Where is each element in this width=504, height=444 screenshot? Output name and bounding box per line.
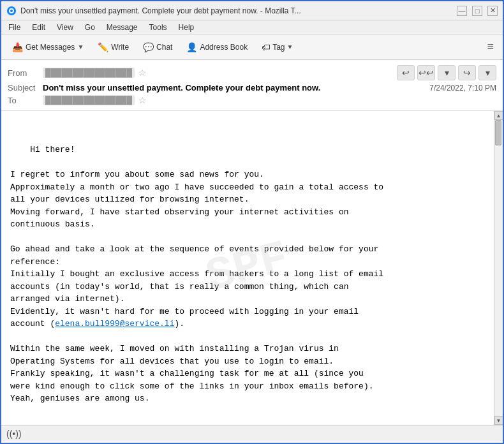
connection-status-icon: ((•)) (6, 429, 22, 439)
email-body: SPF Hi there! I regret to inform you abo… (1, 111, 494, 425)
get-messages-icon: 📥 (12, 42, 23, 52)
status-bar: ((•)) (1, 425, 503, 441)
scroll-thumb[interactable] (495, 120, 501, 145)
hamburger-menu-button[interactable]: ≡ (483, 39, 498, 55)
menu-message[interactable]: Message (105, 22, 140, 33)
write-icon: ✏️ (98, 42, 108, 52)
maximize-button[interactable]: □ (472, 6, 482, 16)
tag-label: Tag (272, 43, 285, 52)
menu-bar: File Edit View Go Message Tools Help (1, 20, 503, 34)
from-value: ████████████████ (43, 68, 135, 78)
subject-value: Don't miss your unsettled payment. Compl… (43, 83, 429, 93)
to-label: To (8, 96, 43, 105)
scroll-up-arrow[interactable]: ▲ (494, 111, 503, 120)
close-button[interactable]: ✕ (487, 6, 498, 16)
title-left: Don't miss your unsettled payment. Compl… (6, 6, 301, 16)
subject-row: Subject Don't miss your unsettled paymen… (8, 82, 496, 94)
address-book-label: Address Book (200, 43, 248, 52)
chat-button[interactable]: 💬 Chat (137, 39, 178, 56)
date-value: 7/24/2022, 7:10 PM (429, 84, 496, 93)
email-body-text-after: ). Within the same week, I moved on with… (10, 319, 374, 403)
toolbar-right: ≡ (483, 39, 498, 55)
menu-edit[interactable]: Edit (30, 22, 47, 33)
menu-go[interactable]: Go (83, 22, 97, 33)
forward-button[interactable]: ↪ (458, 65, 476, 80)
tag-button[interactable]: 🏷 Tag ▼ (256, 39, 299, 56)
from-star-icon[interactable]: ☆ (138, 68, 147, 78)
email-body-text: Hi there! I regret to inform you about s… (10, 145, 383, 329)
get-messages-dropdown-icon[interactable]: ▼ (77, 43, 84, 50)
to-value: ████████████████ (43, 95, 135, 105)
title-controls: — □ ✕ (457, 6, 498, 16)
tag-dropdown-icon[interactable]: ▼ (287, 43, 293, 50)
get-messages-label: Get Messages (26, 43, 75, 52)
reply-all-button[interactable]: ↩↩ (417, 65, 435, 80)
more-actions-button[interactable]: ▾ (478, 65, 496, 80)
svg-point-2 (10, 10, 13, 12)
get-messages-button[interactable]: 📥 Get Messages ▼ (6, 39, 89, 56)
write-button[interactable]: ✏️ Write (92, 39, 135, 56)
email-body-wrapper: SPF Hi there! I regret to inform you abo… (1, 111, 503, 425)
address-book-button[interactable]: 👤 Address Book (181, 39, 253, 56)
address-book-icon: 👤 (186, 42, 197, 52)
watermark: SPF (198, 224, 296, 312)
reply-button[interactable]: ↩ (397, 65, 415, 80)
minimize-button[interactable]: — (457, 6, 467, 16)
from-row: From ████████████████ ☆ ↩ ↩↩ ▾ ↪ ▾ (8, 64, 496, 82)
to-row: To ████████████████ ☆ (8, 94, 496, 107)
toolbar: 📥 Get Messages ▼ ✏️ Write 💬 Chat 👤 Addre… (1, 34, 503, 60)
email-link-in-body[interactable]: elena.bull999@service.li (55, 319, 174, 329)
scroll-track[interactable] (494, 120, 503, 416)
tag-icon: 🏷 (262, 42, 271, 52)
chat-label: Chat (156, 43, 172, 52)
window-title: Don't miss your unsettled payment. Compl… (20, 6, 301, 15)
menu-file[interactable]: File (6, 22, 22, 33)
from-label: From (8, 68, 43, 78)
subject-label: Subject (8, 83, 43, 93)
menu-view[interactable]: View (55, 22, 75, 33)
menu-tools[interactable]: Tools (147, 22, 169, 33)
write-label: Write (111, 43, 129, 52)
action-buttons: ↩ ↩↩ ▾ ↪ ▾ (397, 65, 496, 80)
title-bar: Don't miss your unsettled payment. Compl… (1, 1, 503, 20)
scrollbar: ▲ ▼ (494, 111, 503, 425)
chevron-down-button[interactable]: ▾ (438, 65, 456, 80)
scroll-down-arrow[interactable]: ▼ (494, 416, 503, 425)
chat-icon: 💬 (143, 42, 154, 52)
email-header: From ████████████████ ☆ ↩ ↩↩ ▾ ↪ ▾ Subje… (1, 60, 503, 111)
to-star-icon[interactable]: ☆ (138, 95, 147, 105)
menu-help[interactable]: Help (177, 22, 196, 33)
app-icon (6, 6, 17, 16)
